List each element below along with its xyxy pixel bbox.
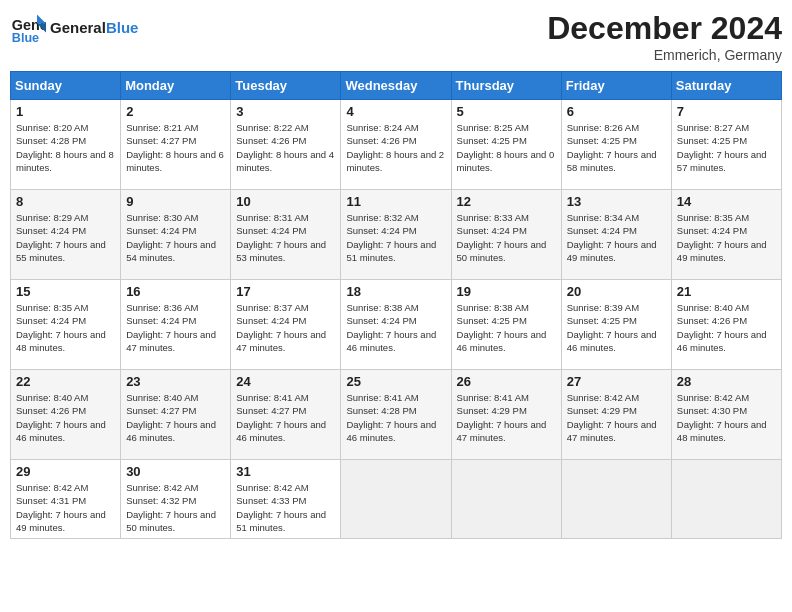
calendar-day-cell: 7Sunrise: 8:27 AMSunset: 4:25 PMDaylight…: [671, 100, 781, 190]
calendar-day-cell: 4Sunrise: 8:24 AMSunset: 4:26 PMDaylight…: [341, 100, 451, 190]
day-number: 28: [677, 374, 776, 389]
calendar-day-cell: 26Sunrise: 8:41 AMSunset: 4:29 PMDayligh…: [451, 370, 561, 460]
title-area: December 2024 Emmerich, Germany: [547, 10, 782, 63]
day-info: Sunrise: 8:37 AMSunset: 4:24 PMDaylight:…: [236, 301, 335, 354]
calendar-day-cell: 20Sunrise: 8:39 AMSunset: 4:25 PMDayligh…: [561, 280, 671, 370]
day-info: Sunrise: 8:32 AMSunset: 4:24 PMDaylight:…: [346, 211, 445, 264]
calendar-day-cell: 8Sunrise: 8:29 AMSunset: 4:24 PMDaylight…: [11, 190, 121, 280]
day-number: 27: [567, 374, 666, 389]
day-info: Sunrise: 8:33 AMSunset: 4:24 PMDaylight:…: [457, 211, 556, 264]
day-info: Sunrise: 8:41 AMSunset: 4:28 PMDaylight:…: [346, 391, 445, 444]
header: General Blue GeneralBlue December 2024 E…: [10, 10, 782, 63]
calendar-day-cell: 17Sunrise: 8:37 AMSunset: 4:24 PMDayligh…: [231, 280, 341, 370]
weekday-header-cell: Sunday: [11, 72, 121, 100]
calendar-day-cell: 28Sunrise: 8:42 AMSunset: 4:30 PMDayligh…: [671, 370, 781, 460]
calendar-day-cell: 16Sunrise: 8:36 AMSunset: 4:24 PMDayligh…: [121, 280, 231, 370]
day-number: 17: [236, 284, 335, 299]
calendar-day-cell: 15Sunrise: 8:35 AMSunset: 4:24 PMDayligh…: [11, 280, 121, 370]
calendar-week-row: 15Sunrise: 8:35 AMSunset: 4:24 PMDayligh…: [11, 280, 782, 370]
day-info: Sunrise: 8:42 AMSunset: 4:32 PMDaylight:…: [126, 481, 225, 534]
calendar-day-cell: [671, 460, 781, 539]
calendar-day-cell: 19Sunrise: 8:38 AMSunset: 4:25 PMDayligh…: [451, 280, 561, 370]
calendar-table: SundayMondayTuesdayWednesdayThursdayFrid…: [10, 71, 782, 539]
day-number: 2: [126, 104, 225, 119]
day-number: 16: [126, 284, 225, 299]
day-number: 23: [126, 374, 225, 389]
calendar-day-cell: 12Sunrise: 8:33 AMSunset: 4:24 PMDayligh…: [451, 190, 561, 280]
day-number: 31: [236, 464, 335, 479]
day-number: 15: [16, 284, 115, 299]
day-info: Sunrise: 8:22 AMSunset: 4:26 PMDaylight:…: [236, 121, 335, 174]
day-info: Sunrise: 8:26 AMSunset: 4:25 PMDaylight:…: [567, 121, 666, 174]
day-number: 14: [677, 194, 776, 209]
calendar-day-cell: 9Sunrise: 8:30 AMSunset: 4:24 PMDaylight…: [121, 190, 231, 280]
calendar-day-cell: 13Sunrise: 8:34 AMSunset: 4:24 PMDayligh…: [561, 190, 671, 280]
calendar-day-cell: [451, 460, 561, 539]
calendar-day-cell: 11Sunrise: 8:32 AMSunset: 4:24 PMDayligh…: [341, 190, 451, 280]
calendar-day-cell: 3Sunrise: 8:22 AMSunset: 4:26 PMDaylight…: [231, 100, 341, 190]
day-number: 9: [126, 194, 225, 209]
calendar-day-cell: 14Sunrise: 8:35 AMSunset: 4:24 PMDayligh…: [671, 190, 781, 280]
calendar-day-cell: 10Sunrise: 8:31 AMSunset: 4:24 PMDayligh…: [231, 190, 341, 280]
day-info: Sunrise: 8:40 AMSunset: 4:27 PMDaylight:…: [126, 391, 225, 444]
day-number: 29: [16, 464, 115, 479]
day-info: Sunrise: 8:38 AMSunset: 4:24 PMDaylight:…: [346, 301, 445, 354]
day-number: 24: [236, 374, 335, 389]
day-number: 7: [677, 104, 776, 119]
day-number: 20: [567, 284, 666, 299]
day-info: Sunrise: 8:40 AMSunset: 4:26 PMDaylight:…: [677, 301, 776, 354]
day-number: 4: [346, 104, 445, 119]
calendar-day-cell: 2Sunrise: 8:21 AMSunset: 4:27 PMDaylight…: [121, 100, 231, 190]
day-info: Sunrise: 8:24 AMSunset: 4:26 PMDaylight:…: [346, 121, 445, 174]
day-info: Sunrise: 8:34 AMSunset: 4:24 PMDaylight:…: [567, 211, 666, 264]
day-number: 13: [567, 194, 666, 209]
day-info: Sunrise: 8:27 AMSunset: 4:25 PMDaylight:…: [677, 121, 776, 174]
day-number: 26: [457, 374, 556, 389]
calendar-week-row: 29Sunrise: 8:42 AMSunset: 4:31 PMDayligh…: [11, 460, 782, 539]
calendar-week-row: 1Sunrise: 8:20 AMSunset: 4:28 PMDaylight…: [11, 100, 782, 190]
day-info: Sunrise: 8:29 AMSunset: 4:24 PMDaylight:…: [16, 211, 115, 264]
logo-text: GeneralBlue: [50, 20, 138, 37]
calendar-week-row: 22Sunrise: 8:40 AMSunset: 4:26 PMDayligh…: [11, 370, 782, 460]
calendar-day-cell: 31Sunrise: 8:42 AMSunset: 4:33 PMDayligh…: [231, 460, 341, 539]
day-info: Sunrise: 8:36 AMSunset: 4:24 PMDaylight:…: [126, 301, 225, 354]
weekday-header-cell: Wednesday: [341, 72, 451, 100]
day-number: 3: [236, 104, 335, 119]
calendar-day-cell: 6Sunrise: 8:26 AMSunset: 4:25 PMDaylight…: [561, 100, 671, 190]
day-info: Sunrise: 8:35 AMSunset: 4:24 PMDaylight:…: [16, 301, 115, 354]
day-info: Sunrise: 8:31 AMSunset: 4:24 PMDaylight:…: [236, 211, 335, 264]
calendar-week-row: 8Sunrise: 8:29 AMSunset: 4:24 PMDaylight…: [11, 190, 782, 280]
day-info: Sunrise: 8:41 AMSunset: 4:27 PMDaylight:…: [236, 391, 335, 444]
weekday-header-cell: Saturday: [671, 72, 781, 100]
day-number: 21: [677, 284, 776, 299]
day-info: Sunrise: 8:42 AMSunset: 4:33 PMDaylight:…: [236, 481, 335, 534]
day-number: 12: [457, 194, 556, 209]
calendar-day-cell: 24Sunrise: 8:41 AMSunset: 4:27 PMDayligh…: [231, 370, 341, 460]
weekday-header-cell: Monday: [121, 72, 231, 100]
day-number: 19: [457, 284, 556, 299]
day-info: Sunrise: 8:42 AMSunset: 4:30 PMDaylight:…: [677, 391, 776, 444]
calendar-day-cell: 23Sunrise: 8:40 AMSunset: 4:27 PMDayligh…: [121, 370, 231, 460]
day-info: Sunrise: 8:42 AMSunset: 4:29 PMDaylight:…: [567, 391, 666, 444]
calendar-day-cell: 22Sunrise: 8:40 AMSunset: 4:26 PMDayligh…: [11, 370, 121, 460]
calendar-day-cell: [341, 460, 451, 539]
calendar-day-cell: 1Sunrise: 8:20 AMSunset: 4:28 PMDaylight…: [11, 100, 121, 190]
calendar-day-cell: 27Sunrise: 8:42 AMSunset: 4:29 PMDayligh…: [561, 370, 671, 460]
day-info: Sunrise: 8:35 AMSunset: 4:24 PMDaylight:…: [677, 211, 776, 264]
logo-icon: General Blue: [10, 10, 46, 46]
calendar-day-cell: 30Sunrise: 8:42 AMSunset: 4:32 PMDayligh…: [121, 460, 231, 539]
day-number: 22: [16, 374, 115, 389]
day-number: 10: [236, 194, 335, 209]
day-info: Sunrise: 8:39 AMSunset: 4:25 PMDaylight:…: [567, 301, 666, 354]
calendar-day-cell: 21Sunrise: 8:40 AMSunset: 4:26 PMDayligh…: [671, 280, 781, 370]
day-info: Sunrise: 8:21 AMSunset: 4:27 PMDaylight:…: [126, 121, 225, 174]
day-info: Sunrise: 8:30 AMSunset: 4:24 PMDaylight:…: [126, 211, 225, 264]
weekday-header-cell: Tuesday: [231, 72, 341, 100]
calendar-day-cell: 18Sunrise: 8:38 AMSunset: 4:24 PMDayligh…: [341, 280, 451, 370]
day-number: 11: [346, 194, 445, 209]
calendar-day-cell: 5Sunrise: 8:25 AMSunset: 4:25 PMDaylight…: [451, 100, 561, 190]
svg-text:Blue: Blue: [12, 31, 39, 45]
calendar-day-cell: 25Sunrise: 8:41 AMSunset: 4:28 PMDayligh…: [341, 370, 451, 460]
day-info: Sunrise: 8:41 AMSunset: 4:29 PMDaylight:…: [457, 391, 556, 444]
day-info: Sunrise: 8:42 AMSunset: 4:31 PMDaylight:…: [16, 481, 115, 534]
